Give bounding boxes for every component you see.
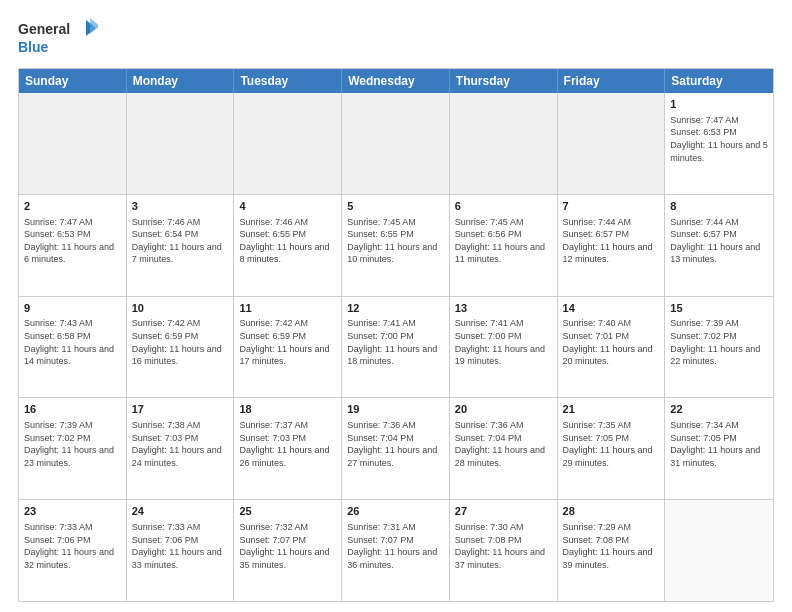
cal-cell-day-23: 23Sunrise: 7:33 AM Sunset: 7:06 PM Dayli… [19, 500, 127, 601]
cell-info: Sunrise: 7:33 AM Sunset: 7:06 PM Dayligh… [24, 521, 121, 571]
cell-info: Sunrise: 7:45 AM Sunset: 6:56 PM Dayligh… [455, 216, 552, 266]
cell-info: Sunrise: 7:46 AM Sunset: 6:54 PM Dayligh… [132, 216, 229, 266]
day-number: 3 [132, 199, 229, 214]
cell-info: Sunrise: 7:31 AM Sunset: 7:07 PM Dayligh… [347, 521, 444, 571]
cell-info: Sunrise: 7:37 AM Sunset: 7:03 PM Dayligh… [239, 419, 336, 469]
header-cell-tuesday: Tuesday [234, 69, 342, 93]
cal-cell-empty [450, 93, 558, 194]
svg-text:Blue: Blue [18, 39, 49, 55]
cal-cell-day-10: 10Sunrise: 7:42 AM Sunset: 6:59 PM Dayli… [127, 297, 235, 398]
cal-cell-day-8: 8Sunrise: 7:44 AM Sunset: 6:57 PM Daylig… [665, 195, 773, 296]
cal-cell-day-15: 15Sunrise: 7:39 AM Sunset: 7:02 PM Dayli… [665, 297, 773, 398]
day-number: 21 [563, 402, 660, 417]
cal-row-0: 1Sunrise: 7:47 AM Sunset: 6:53 PM Daylig… [19, 93, 773, 194]
logo: General Blue [18, 16, 98, 60]
cal-cell-day-9: 9Sunrise: 7:43 AM Sunset: 6:58 PM Daylig… [19, 297, 127, 398]
cal-cell-day-4: 4Sunrise: 7:46 AM Sunset: 6:55 PM Daylig… [234, 195, 342, 296]
cell-info: Sunrise: 7:29 AM Sunset: 7:08 PM Dayligh… [563, 521, 660, 571]
cal-cell-day-21: 21Sunrise: 7:35 AM Sunset: 7:05 PM Dayli… [558, 398, 666, 499]
cal-cell-day-22: 22Sunrise: 7:34 AM Sunset: 7:05 PM Dayli… [665, 398, 773, 499]
cell-info: Sunrise: 7:42 AM Sunset: 6:59 PM Dayligh… [132, 317, 229, 367]
day-number: 15 [670, 301, 768, 316]
cell-info: Sunrise: 7:47 AM Sunset: 6:53 PM Dayligh… [24, 216, 121, 266]
cal-cell-empty [19, 93, 127, 194]
cell-info: Sunrise: 7:40 AM Sunset: 7:01 PM Dayligh… [563, 317, 660, 367]
day-number: 13 [455, 301, 552, 316]
calendar-header-row: SundayMondayTuesdayWednesdayThursdayFrid… [19, 69, 773, 93]
cell-info: Sunrise: 7:30 AM Sunset: 7:08 PM Dayligh… [455, 521, 552, 571]
cell-info: Sunrise: 7:39 AM Sunset: 7:02 PM Dayligh… [24, 419, 121, 469]
calendar-body: 1Sunrise: 7:47 AM Sunset: 6:53 PM Daylig… [19, 93, 773, 601]
day-number: 16 [24, 402, 121, 417]
cal-cell-day-20: 20Sunrise: 7:36 AM Sunset: 7:04 PM Dayli… [450, 398, 558, 499]
cal-cell-day-5: 5Sunrise: 7:45 AM Sunset: 6:55 PM Daylig… [342, 195, 450, 296]
day-number: 8 [670, 199, 768, 214]
day-number: 22 [670, 402, 768, 417]
header-cell-monday: Monday [127, 69, 235, 93]
cal-cell-day-14: 14Sunrise: 7:40 AM Sunset: 7:01 PM Dayli… [558, 297, 666, 398]
cal-cell-day-28: 28Sunrise: 7:29 AM Sunset: 7:08 PM Dayli… [558, 500, 666, 601]
day-number: 5 [347, 199, 444, 214]
day-number: 20 [455, 402, 552, 417]
cal-row-2: 9Sunrise: 7:43 AM Sunset: 6:58 PM Daylig… [19, 296, 773, 398]
cal-cell-day-3: 3Sunrise: 7:46 AM Sunset: 6:54 PM Daylig… [127, 195, 235, 296]
header-cell-thursday: Thursday [450, 69, 558, 93]
cal-cell-empty [127, 93, 235, 194]
cal-cell-day-25: 25Sunrise: 7:32 AM Sunset: 7:07 PM Dayli… [234, 500, 342, 601]
day-number: 19 [347, 402, 444, 417]
day-number: 14 [563, 301, 660, 316]
day-number: 25 [239, 504, 336, 519]
cal-cell-day-11: 11Sunrise: 7:42 AM Sunset: 6:59 PM Dayli… [234, 297, 342, 398]
cell-info: Sunrise: 7:33 AM Sunset: 7:06 PM Dayligh… [132, 521, 229, 571]
cell-info: Sunrise: 7:34 AM Sunset: 7:05 PM Dayligh… [670, 419, 768, 469]
cal-cell-day-2: 2Sunrise: 7:47 AM Sunset: 6:53 PM Daylig… [19, 195, 127, 296]
day-number: 2 [24, 199, 121, 214]
cell-info: Sunrise: 7:32 AM Sunset: 7:07 PM Dayligh… [239, 521, 336, 571]
cal-row-4: 23Sunrise: 7:33 AM Sunset: 7:06 PM Dayli… [19, 499, 773, 601]
cell-info: Sunrise: 7:36 AM Sunset: 7:04 PM Dayligh… [347, 419, 444, 469]
cal-cell-day-1: 1Sunrise: 7:47 AM Sunset: 6:53 PM Daylig… [665, 93, 773, 194]
cal-cell-day-17: 17Sunrise: 7:38 AM Sunset: 7:03 PM Dayli… [127, 398, 235, 499]
cell-info: Sunrise: 7:36 AM Sunset: 7:04 PM Dayligh… [455, 419, 552, 469]
cal-cell-day-24: 24Sunrise: 7:33 AM Sunset: 7:06 PM Dayli… [127, 500, 235, 601]
header-cell-friday: Friday [558, 69, 666, 93]
cal-cell-day-13: 13Sunrise: 7:41 AM Sunset: 7:00 PM Dayli… [450, 297, 558, 398]
day-number: 6 [455, 199, 552, 214]
cell-info: Sunrise: 7:39 AM Sunset: 7:02 PM Dayligh… [670, 317, 768, 367]
cell-info: Sunrise: 7:46 AM Sunset: 6:55 PM Dayligh… [239, 216, 336, 266]
cell-info: Sunrise: 7:44 AM Sunset: 6:57 PM Dayligh… [563, 216, 660, 266]
cal-cell-day-12: 12Sunrise: 7:41 AM Sunset: 7:00 PM Dayli… [342, 297, 450, 398]
day-number: 23 [24, 504, 121, 519]
cell-info: Sunrise: 7:35 AM Sunset: 7:05 PM Dayligh… [563, 419, 660, 469]
day-number: 11 [239, 301, 336, 316]
day-number: 12 [347, 301, 444, 316]
calendar-page: General Blue SundayMondayTuesdayWednesda… [0, 0, 792, 612]
day-number: 18 [239, 402, 336, 417]
logo-svg: General Blue [18, 16, 98, 60]
cell-info: Sunrise: 7:44 AM Sunset: 6:57 PM Dayligh… [670, 216, 768, 266]
cell-info: Sunrise: 7:47 AM Sunset: 6:53 PM Dayligh… [670, 114, 768, 164]
day-number: 7 [563, 199, 660, 214]
cal-cell-empty [665, 500, 773, 601]
cal-cell-empty [558, 93, 666, 194]
cal-cell-day-27: 27Sunrise: 7:30 AM Sunset: 7:08 PM Dayli… [450, 500, 558, 601]
cal-cell-day-18: 18Sunrise: 7:37 AM Sunset: 7:03 PM Dayli… [234, 398, 342, 499]
cal-cell-day-19: 19Sunrise: 7:36 AM Sunset: 7:04 PM Dayli… [342, 398, 450, 499]
cell-info: Sunrise: 7:41 AM Sunset: 7:00 PM Dayligh… [347, 317, 444, 367]
cal-row-3: 16Sunrise: 7:39 AM Sunset: 7:02 PM Dayli… [19, 397, 773, 499]
cal-cell-empty [342, 93, 450, 194]
day-number: 24 [132, 504, 229, 519]
day-number: 27 [455, 504, 552, 519]
cal-cell-day-26: 26Sunrise: 7:31 AM Sunset: 7:07 PM Dayli… [342, 500, 450, 601]
cell-info: Sunrise: 7:43 AM Sunset: 6:58 PM Dayligh… [24, 317, 121, 367]
header: General Blue [18, 16, 774, 60]
day-number: 26 [347, 504, 444, 519]
day-number: 4 [239, 199, 336, 214]
day-number: 9 [24, 301, 121, 316]
cell-info: Sunrise: 7:41 AM Sunset: 7:00 PM Dayligh… [455, 317, 552, 367]
header-cell-sunday: Sunday [19, 69, 127, 93]
header-cell-saturday: Saturday [665, 69, 773, 93]
day-number: 28 [563, 504, 660, 519]
cal-cell-day-16: 16Sunrise: 7:39 AM Sunset: 7:02 PM Dayli… [19, 398, 127, 499]
calendar: SundayMondayTuesdayWednesdayThursdayFrid… [18, 68, 774, 602]
